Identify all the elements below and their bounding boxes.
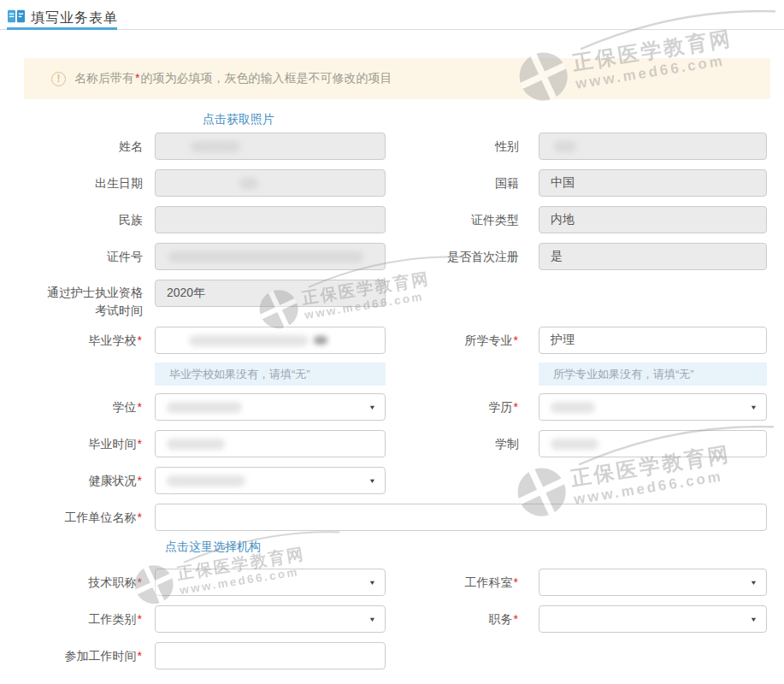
id-number-label: 证件号 [0, 243, 143, 270]
exam-pass-time-value: 2020年 [167, 286, 205, 301]
nationality-value: 中国 [551, 175, 575, 191]
notice-text: 名称后带有*的项为必填项，灰色的输入框是不可修改的项目 [74, 71, 392, 86]
required-asterisk: * [137, 437, 143, 451]
work-department-label-text: 工作科室 [465, 575, 513, 589]
ethnicity-field [155, 206, 386, 233]
redacted-blur [167, 439, 225, 450]
required-asterisk: * [137, 649, 143, 663]
degree-select[interactable]: ▼ [155, 393, 386, 421]
redacted-blur [551, 402, 595, 413]
get-photo-link[interactable]: 点击获取照片 [203, 112, 274, 127]
id-type-field: 内地 [539, 206, 767, 233]
required-asterisk: * [513, 400, 519, 414]
graduation-school-label: 毕业学校* [0, 327, 143, 354]
required-asterisk: * [513, 575, 519, 589]
birthdate-label: 出生日期 [0, 169, 143, 197]
degree-label-text: 学位 [113, 400, 137, 414]
header-accent-bar [7, 27, 117, 30]
redacted-blur [191, 141, 240, 152]
dropdown-arrow-icon: ▼ [368, 477, 376, 485]
work-start-time-label: 参加工作时间* [0, 642, 143, 669]
work-unit-input[interactable] [155, 504, 767, 531]
name-field [155, 133, 386, 160]
required-asterisk: * [137, 612, 143, 626]
header-divider [0, 29, 784, 30]
work-department-select[interactable]: ▼ [539, 569, 767, 596]
health-status-label: 健康状况* [0, 467, 143, 494]
required-asterisk: * [513, 333, 519, 347]
first-registration-value: 是 [551, 249, 563, 264]
position-label-text: 职务 [489, 612, 513, 626]
book-icon [7, 9, 26, 26]
notice-suffix: 的项为必填项，灰色的输入框是不可修改的项目 [140, 71, 392, 85]
exam-pass-time-label-line1: 通过护士执业资格 [47, 286, 143, 299]
health-status-label-text: 健康状况 [89, 474, 137, 487]
id-type-label: 证件类型 [376, 206, 519, 233]
redacted-blur [554, 141, 576, 152]
schooling-length-input[interactable] [539, 430, 767, 457]
graduation-time-label: 毕业时间* [0, 430, 143, 457]
first-registration-field: 是 [539, 243, 767, 270]
graduation-school-input[interactable] [155, 327, 386, 354]
dropdown-arrow-icon: ▼ [750, 616, 757, 623]
first-registration-label: 是否首次注册 [376, 243, 519, 270]
work-unit-label-text: 工作单位名称 [65, 510, 137, 524]
required-asterisk: * [137, 474, 143, 487]
position-label: 职务* [376, 605, 519, 633]
technical-title-label: 技术职称* [0, 569, 143, 596]
nationality-label: 国籍 [376, 169, 519, 197]
name-label: 姓名 [0, 133, 143, 160]
birthdate-field [155, 169, 386, 197]
page-title: 填写业务表单 [31, 9, 118, 27]
gender-field [539, 133, 767, 160]
id-number-field [155, 243, 386, 270]
work-category-label-text: 工作类别 [89, 612, 137, 626]
major-value: 护理 [551, 333, 575, 348]
major-hint: 所学专业如果没有，请填“无” [539, 363, 767, 386]
notice-prefix: 名称后带有 [74, 71, 134, 85]
required-asterisk: * [137, 510, 143, 524]
work-unit-label: 工作单位名称* [0, 504, 143, 531]
education-select[interactable]: ▼ [539, 393, 767, 421]
redacted-blur [168, 251, 363, 262]
ethnicity-label: 民族 [0, 206, 143, 233]
redacted-blur [167, 402, 242, 413]
technical-title-select[interactable]: ▼ [155, 569, 386, 596]
exam-pass-time-label: 通过护士执业资格 考试时间 [0, 280, 143, 320]
watermark-arc [575, 1, 780, 51]
watermark: 正保医学教育网 www.med66.com [128, 524, 349, 609]
work-start-time-input[interactable] [155, 642, 386, 669]
required-asterisk: * [137, 400, 143, 414]
major-input[interactable]: 护理 [539, 327, 767, 354]
work-category-select[interactable]: ▼ [155, 605, 386, 633]
redacted-blur [189, 335, 309, 346]
work-start-time-label-text: 参加工作时间 [65, 649, 137, 663]
dropdown-arrow-icon: ▼ [750, 404, 757, 411]
graduation-school-hint: 毕业学校如果没有，请填“无” [155, 363, 386, 386]
gender-label: 性别 [376, 133, 519, 160]
education-label-text: 学历 [489, 400, 513, 414]
nationality-field: 中国 [539, 169, 767, 197]
graduation-time-label-text: 毕业时间 [89, 437, 137, 451]
major-label: 所学专业* [376, 327, 519, 354]
education-label: 学历* [376, 393, 519, 421]
technical-title-label-text: 技术职称 [89, 575, 137, 589]
dropdown-arrow-icon: ▼ [368, 404, 376, 411]
position-select[interactable]: ▼ [539, 605, 767, 633]
exam-pass-time-label-line2: 考试时间 [95, 304, 143, 317]
warning-icon: ! [51, 72, 66, 86]
redacted-blur [239, 178, 258, 189]
dropdown-arrow-icon: ▼ [368, 616, 376, 623]
required-asterisk: * [513, 612, 519, 626]
watermark-url: www.med66.com [573, 457, 784, 510]
select-org-link[interactable]: 点击这里选择机构 [165, 540, 261, 555]
redacted-blur [167, 475, 245, 486]
graduation-time-input[interactable] [155, 430, 386, 457]
redacted-blur [551, 439, 598, 450]
health-status-select[interactable]: ▼ [155, 467, 386, 494]
dropdown-arrow-icon: ▼ [368, 579, 376, 587]
required-asterisk: * [137, 333, 143, 347]
required-asterisk: * [137, 575, 143, 589]
work-department-label: 工作科室* [376, 569, 519, 596]
graduation-school-label-text: 毕业学校 [89, 333, 137, 347]
